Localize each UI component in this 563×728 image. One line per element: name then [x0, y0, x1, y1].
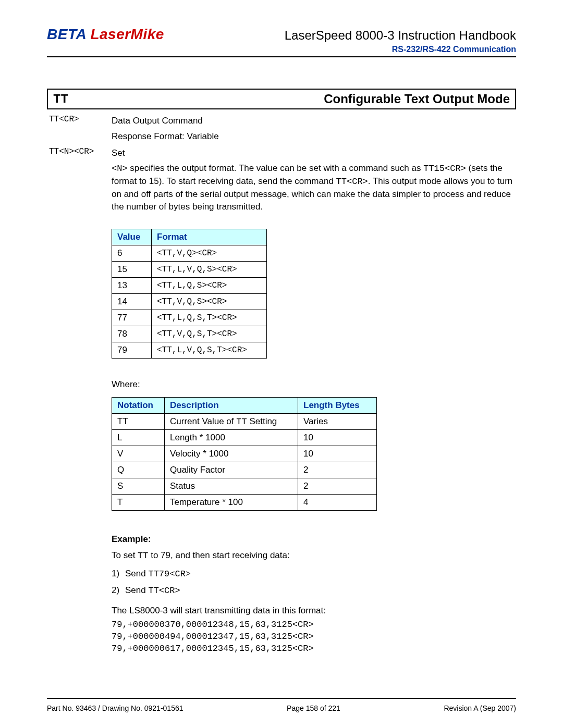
- col-header-format: Format: [152, 229, 267, 245]
- cell-format: <TT,L,Q,S,T><CR>: [152, 310, 267, 326]
- table-header-row: Notation Description Length Bytes: [112, 397, 377, 413]
- format-table: Value Format 6<TT,V,Q><CR>15<TT,L,V,Q,S>…: [112, 229, 267, 359]
- example-steps: 1)Send TT79<CR>2)Send TT<CR>: [112, 567, 516, 598]
- text: Current Value of: [170, 416, 236, 426]
- cell-value: 77: [112, 310, 152, 326]
- definitions: TT<CR> Data Output Command Response Form…: [49, 115, 516, 213]
- cell-format: <TT,V,Q,S><CR>: [152, 293, 267, 310]
- output-line: 79,+000000494,000012347,15,63,3125<CR>: [112, 631, 516, 643]
- example-label: Example:: [112, 533, 516, 546]
- section-title: Configurable Text Output Mode: [324, 92, 510, 106]
- table-row: 78<TT,V,Q,S,T><CR>: [112, 326, 267, 342]
- code-inline: TT<CR>: [336, 177, 368, 187]
- def-paragraph: <N> specifies the output format. The val…: [112, 162, 516, 213]
- table-row: 77<TT,L,Q,S,T><CR>: [112, 310, 267, 326]
- cell-notation: V: [112, 446, 165, 462]
- footer-center: Page 158 of 221: [287, 704, 340, 712]
- def-term: TT<CR>: [49, 115, 112, 124]
- cell-value: 14: [112, 293, 152, 310]
- section-banner: TT Configurable Text Output Mode: [47, 89, 516, 109]
- example-result-line: The LS8000-3 will start transmitting dat…: [112, 604, 516, 618]
- sub-header: RS-232/RS-422 Communication: [47, 45, 516, 54]
- page: BETA LaserMike LaserSpeed 8000-3 Instruc…: [0, 0, 563, 728]
- example-block: Example: To set TT to 79, and then start…: [112, 533, 516, 655]
- footer: Part No. 93463 / Drawing No. 0921-01561 …: [47, 704, 516, 712]
- def-row-ttncr: TT<N><CR> Set <N> specifies the output f…: [49, 147, 516, 213]
- def-row-ttcr: TT<CR> Data Output Command Response Form…: [49, 115, 516, 143]
- output-line: 79,+000000370,000012348,15,63,3125<CR>: [112, 619, 516, 631]
- where-label: Where:: [112, 379, 516, 390]
- doc-title: LaserSpeed 8000-3 Instruction Handbook: [285, 28, 516, 43]
- table-row: 13<TT,L,Q,S><CR>: [112, 277, 267, 293]
- cell-description: Temperature * 100: [165, 494, 298, 510]
- cell-length: 10: [298, 446, 377, 462]
- cell-value: 79: [112, 342, 152, 358]
- cell-notation: S: [112, 478, 165, 494]
- logo-lasermike: LaserMike: [90, 26, 164, 42]
- example-intro: To set TT to 79, and then start receivin…: [112, 549, 516, 563]
- code-inline: TT: [236, 417, 247, 427]
- cell-length: 4: [298, 494, 377, 510]
- table-row: SStatus2: [112, 478, 377, 494]
- cell-value: 6: [112, 245, 152, 261]
- text: Velocity * 1000: [170, 449, 228, 459]
- text: specifies the output format. The value c…: [128, 163, 424, 173]
- code-inline: TT79<CR>: [148, 569, 191, 579]
- def-desc: Set <N> specifies the output format. The…: [112, 147, 516, 213]
- text: to 79, and then start receiving data:: [149, 550, 290, 560]
- code-inline: TT: [138, 551, 148, 561]
- table-row: TTemperature * 1004: [112, 494, 377, 510]
- text: Status: [170, 481, 195, 491]
- cell-description: Quality Factor: [165, 462, 298, 478]
- header: BETA LaserMike LaserSpeed 8000-3 Instruc…: [47, 26, 516, 43]
- table-row: 79<TT,L,V,Q,S,T><CR>: [112, 342, 267, 358]
- table-row: 6<TT,V,Q><CR>: [112, 245, 267, 261]
- cell-description: Current Value of TT Setting: [165, 413, 298, 429]
- list-body: Send TT79<CR>: [125, 567, 191, 581]
- code-inline: TT<CR>: [148, 586, 180, 596]
- cell-description: Status: [165, 478, 298, 494]
- code-inline: <N>: [112, 164, 128, 174]
- cell-format: <TT,V,Q,S,T><CR>: [152, 326, 267, 342]
- logo: BETA LaserMike: [47, 26, 164, 43]
- code-inline: TT15<CR>: [423, 164, 466, 174]
- text: Send: [125, 585, 148, 595]
- cell-description: Length * 1000: [165, 429, 298, 446]
- list-item: 1)Send TT79<CR>: [112, 567, 516, 581]
- header-rule: [47, 56, 516, 57]
- cell-length: 10: [298, 429, 377, 446]
- text: Quality Factor: [170, 465, 225, 475]
- cell-length: 2: [298, 462, 377, 478]
- table-header-row: Value Format: [112, 229, 267, 245]
- output-line: 79,+000000617,000012345,15,63,3125<CR>: [112, 643, 516, 655]
- cell-length: Varies: [298, 413, 377, 429]
- col-header-notation: Notation: [112, 397, 165, 413]
- cell-format: <TT,L,Q,S><CR>: [152, 277, 267, 293]
- col-header-description: Description: [165, 397, 298, 413]
- list-number: 1): [112, 567, 125, 581]
- cell-format: <TT,L,V,Q,S,T><CR>: [152, 342, 267, 358]
- def-line: Set: [112, 147, 516, 159]
- cell-notation: T: [112, 494, 165, 510]
- table-row: QQuality Factor2: [112, 462, 377, 478]
- example-output: 79,+000000370,000012348,15,63,3125<CR>79…: [112, 619, 516, 655]
- cell-length: 2: [298, 478, 377, 494]
- def-line: Data Output Command: [112, 115, 516, 127]
- def-line: Response Format: Variable: [112, 130, 516, 143]
- text: Temperature * 100: [170, 497, 243, 507]
- list-item: 2)Send TT<CR>: [112, 584, 516, 598]
- def-term: TT<N><CR>: [49, 147, 112, 156]
- cell-value: 13: [112, 277, 152, 293]
- footer-left: Part No. 93463 / Drawing No. 0921-01561: [47, 704, 183, 712]
- notation-table: Notation Description Length Bytes TTCurr…: [112, 397, 377, 511]
- cell-notation: Q: [112, 462, 165, 478]
- cell-format: <TT,L,V,Q,S><CR>: [152, 261, 267, 277]
- col-header-length: Length Bytes: [298, 397, 377, 413]
- table-row: 14<TT,V,Q,S><CR>: [112, 293, 267, 310]
- section-code: TT: [53, 92, 68, 106]
- cell-notation: TT: [112, 413, 165, 429]
- footer-right: Revision A (Sep 2007): [444, 704, 516, 712]
- table-row: TTCurrent Value of TT SettingVaries: [112, 413, 377, 429]
- col-header-value: Value: [112, 229, 152, 245]
- text: Length * 1000: [170, 433, 225, 442]
